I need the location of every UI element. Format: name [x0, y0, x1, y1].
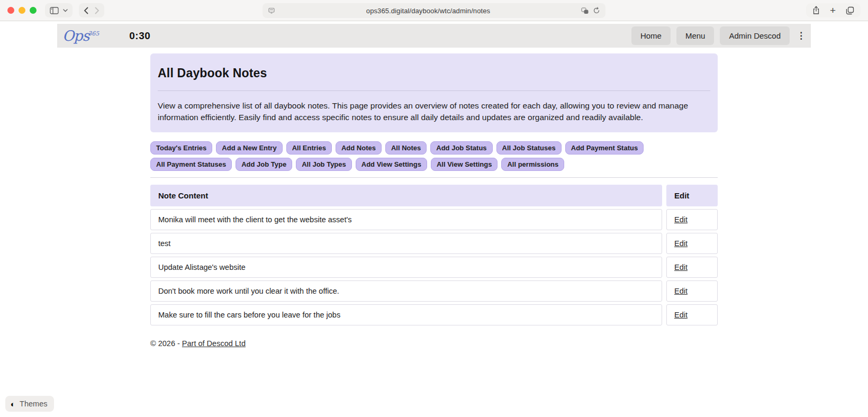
page-description: View a comprehensive list of all daybook… — [158, 100, 710, 124]
note-content-cell: Make sure to fill the cars before you le… — [150, 304, 662, 325]
url-text: ops365.digital/daybook/wtc/admin/notes — [275, 7, 581, 15]
edit-link[interactable]: Edit — [674, 311, 688, 319]
table-header-row: Note Content Edit — [150, 185, 718, 206]
reader-view-icon — [268, 7, 275, 14]
action-pill[interactable]: All Job Statuses — [496, 141, 562, 155]
intro-card: All Daybook Notes View a comprehensive l… — [150, 53, 718, 132]
minimize-window-button[interactable] — [19, 7, 25, 14]
app-header: Ops365 0:30 Home Menu Admin Descod ⋮ — [57, 24, 811, 48]
new-tab-button[interactable]: + — [830, 5, 836, 15]
descod-link[interactable]: Part of Descod Ltd — [182, 339, 246, 348]
close-window-button[interactable] — [7, 7, 14, 14]
action-pill[interactable]: Add Job Type — [236, 158, 292, 171]
theme-icon: ◐ — [11, 400, 15, 408]
sidebar-icon — [50, 7, 59, 14]
footer: © 2026 - Part of Descod Ltd — [150, 339, 718, 348]
share-icon — [812, 6, 820, 15]
table-row: Update Alistage's website Edit — [150, 257, 718, 278]
note-content-cell: Monika will meet with the client to get … — [150, 209, 662, 230]
chevron-down-icon — [63, 9, 68, 12]
action-pill[interactable]: All permissions — [501, 158, 564, 171]
themes-button[interactable]: ◐ Themes — [5, 396, 54, 412]
action-pill[interactable]: All Notes — [385, 141, 427, 155]
action-pill[interactable]: Add Job Status — [430, 141, 492, 155]
edit-header: Edit — [666, 185, 718, 206]
chevron-right-icon — [95, 7, 100, 14]
notes-table: Note Content Edit Monika will meet with … — [150, 185, 718, 325]
share-button[interactable] — [812, 6, 820, 15]
note-content-header: Note Content — [150, 185, 662, 206]
plus-icon: + — [830, 5, 836, 15]
action-pill[interactable]: Add Payment Status — [565, 141, 644, 155]
action-pill[interactable]: All Entries — [286, 141, 332, 155]
action-pill[interactable]: Add Notes — [336, 141, 382, 155]
action-pill[interactable]: Add a New Entry — [216, 141, 282, 155]
nav-admin-button[interactable]: Admin Descod — [720, 26, 790, 45]
note-content-cell: Update Alistage's website — [150, 257, 662, 278]
themes-label: Themes — [20, 400, 47, 408]
table-row: Monika will meet with the client to get … — [150, 209, 718, 230]
nav-menu-button[interactable]: Menu — [676, 26, 715, 45]
note-content-cell: test — [150, 233, 662, 254]
copyright-text: © 2026 - — [150, 339, 180, 348]
app-nav: Home Menu Admin Descod ⋮ — [631, 26, 807, 45]
reload-button[interactable] — [593, 7, 600, 14]
sidebar-toggle-button[interactable] — [50, 7, 59, 14]
session-timer: 0:30 — [129, 30, 150, 42]
back-button[interactable] — [84, 7, 88, 14]
table-row: Don't book more work until you clear it … — [150, 280, 718, 302]
sidebar-menu-button[interactable] — [63, 9, 68, 12]
edit-link[interactable]: Edit — [674, 239, 688, 248]
note-content-cell: Don't book more work until you clear it … — [150, 280, 662, 302]
action-pill[interactable]: All Job Types — [296, 158, 352, 171]
page: Ops365 0:30 Home Menu Admin Descod ⋮ All… — [0, 21, 868, 348]
action-pill[interactable]: Today's Entries — [150, 141, 212, 155]
forward-button[interactable] — [95, 7, 100, 14]
tabs-overview-icon — [846, 6, 854, 15]
zoom-window-button[interactable] — [30, 7, 37, 14]
divider — [158, 90, 710, 91]
translate-button[interactable] — [581, 7, 589, 14]
page-title: All Daybook Notes — [158, 66, 710, 80]
tab-overview-button[interactable] — [846, 6, 854, 15]
divider — [150, 177, 718, 178]
edit-link[interactable]: Edit — [674, 263, 688, 271]
table-row: test Edit — [150, 233, 718, 254]
edit-link[interactable]: Edit — [674, 215, 688, 224]
chevron-left-icon — [84, 7, 88, 14]
action-pill[interactable]: All Payment Statuses — [150, 158, 232, 171]
nav-home-button[interactable]: Home — [631, 26, 671, 45]
edit-link[interactable]: Edit — [674, 287, 688, 295]
main-content: All Daybook Notes View a comprehensive l… — [150, 53, 718, 348]
url-bar[interactable]: ops365.digital/daybook/wtc/admin/notes — [263, 3, 605, 18]
ops365-logo: Ops365 — [62, 29, 99, 43]
action-pill[interactable]: Add View Settings — [356, 158, 427, 171]
action-buttons: Today's Entries Add a New Entry All Entr… — [150, 141, 718, 171]
browser-chrome: ops365.digital/daybook/wtc/admin/notes — [0, 0, 868, 21]
history-controls — [79, 3, 104, 17]
window-controls — [7, 7, 37, 14]
reload-icon — [593, 7, 600, 14]
translate-icon — [581, 7, 589, 14]
kebab-menu-icon[interactable]: ⋮ — [795, 31, 807, 40]
action-pill[interactable]: All View Settings — [431, 158, 498, 171]
toolbar-right: + — [806, 3, 861, 17]
table-row: Make sure to fill the cars before you le… — [150, 304, 718, 325]
sidebar-controls — [45, 3, 73, 17]
